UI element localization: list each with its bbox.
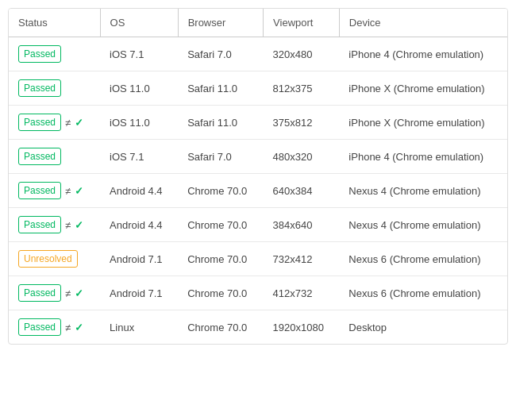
checkmark-icon[interactable]: ✓ bbox=[75, 117, 83, 129]
browser-cell: Safari 11.0 bbox=[178, 106, 263, 140]
os-cell: Android 4.4 bbox=[100, 174, 178, 208]
status-cell: Passed≠✓ bbox=[9, 106, 100, 140]
browser-cell: Chrome 70.0 bbox=[178, 310, 263, 345]
col-header-status: Status bbox=[9, 9, 100, 37]
table-header-row: Status OS Browser Viewport Device bbox=[9, 9, 507, 37]
os-cell: iOS 11.0 bbox=[100, 106, 178, 140]
status-cell: Passed bbox=[9, 71, 100, 106]
checkmark-icon[interactable]: ✓ bbox=[75, 219, 83, 231]
browser-cell: Chrome 70.0 bbox=[178, 276, 263, 310]
not-equal-icon: ≠ bbox=[65, 185, 71, 197]
status-badge[interactable]: Unresolved bbox=[18, 250, 78, 268]
device-cell: iPhone 4 (Chrome emulation) bbox=[339, 140, 507, 174]
table-row: Passed≠✓iOS 11.0Safari 11.0375x812iPhone… bbox=[9, 106, 507, 140]
not-equal-icon: ≠ bbox=[65, 219, 71, 231]
status-badge[interactable]: Passed bbox=[18, 284, 61, 302]
os-cell: Android 4.4 bbox=[100, 208, 178, 242]
not-equal-icon: ≠ bbox=[65, 117, 71, 129]
status-badge[interactable]: Passed bbox=[18, 79, 61, 97]
status-cell: Passed≠✓ bbox=[9, 174, 100, 208]
status-cell: Passed≠✓ bbox=[9, 276, 100, 310]
status-badge[interactable]: Passed bbox=[18, 114, 61, 131]
os-cell: iOS 11.0 bbox=[100, 71, 178, 106]
browser-cell: Safari 7.0 bbox=[178, 37, 263, 71]
table-row: Passed≠✓Android 4.4Chrome 70.0384x640Nex… bbox=[9, 208, 507, 242]
checkmark-icon[interactable]: ✓ bbox=[75, 322, 83, 333]
viewport-cell: 732x412 bbox=[264, 242, 340, 276]
viewport-cell: 1920x1080 bbox=[264, 310, 340, 345]
col-header-browser: Browser bbox=[178, 9, 263, 37]
table-row: UnresolvedAndroid 7.1Chrome 70.0732x412N… bbox=[9, 242, 507, 276]
device-cell: Nexus 6 (Chrome emulation) bbox=[339, 276, 507, 310]
device-cell: iPhone 4 (Chrome emulation) bbox=[339, 37, 507, 71]
viewport-cell: 384x640 bbox=[264, 208, 340, 242]
status-cell: Passed bbox=[9, 37, 100, 71]
status-badge[interactable]: Passed bbox=[18, 216, 61, 233]
col-header-viewport: Viewport bbox=[264, 9, 340, 37]
table-row: PassediOS 11.0Safari 11.0812x375iPhone X… bbox=[9, 71, 507, 106]
os-cell: Android 7.1 bbox=[100, 242, 178, 276]
viewport-cell: 412x732 bbox=[264, 276, 340, 310]
status-cell: Passed bbox=[9, 140, 100, 174]
viewport-cell: 480x320 bbox=[264, 140, 340, 174]
results-table: Status OS Browser Viewport Device Passed… bbox=[9, 9, 507, 344]
browser-cell: Chrome 70.0 bbox=[178, 242, 263, 276]
os-cell: Android 7.1 bbox=[100, 276, 178, 310]
checkmark-icon[interactable]: ✓ bbox=[75, 287, 83, 299]
table-row: Passed≠✓Android 7.1Chrome 70.0412x732Nex… bbox=[9, 276, 507, 310]
device-cell: Desktop bbox=[339, 310, 507, 345]
table-row: Passed≠✓Android 4.4Chrome 70.0640x384Nex… bbox=[9, 174, 507, 208]
not-equal-icon: ≠ bbox=[65, 322, 71, 333]
status-badge[interactable]: Passed bbox=[18, 45, 61, 63]
device-cell: Nexus 4 (Chrome emulation) bbox=[339, 174, 507, 208]
os-cell: Linux bbox=[100, 310, 178, 345]
table-row: PassediOS 7.1Safari 7.0320x480iPhone 4 (… bbox=[9, 37, 507, 71]
checkmark-icon[interactable]: ✓ bbox=[75, 185, 83, 197]
os-cell: iOS 7.1 bbox=[100, 140, 178, 174]
status-badge[interactable]: Passed bbox=[18, 148, 61, 165]
viewport-cell: 812x375 bbox=[264, 71, 340, 106]
device-cell: iPhone X (Chrome emulation) bbox=[339, 71, 507, 106]
viewport-cell: 640x384 bbox=[264, 174, 340, 208]
os-cell: iOS 7.1 bbox=[100, 37, 178, 71]
status-badge[interactable]: Passed bbox=[18, 182, 61, 199]
device-cell: Nexus 6 (Chrome emulation) bbox=[339, 242, 507, 276]
browser-cell: Safari 7.0 bbox=[178, 140, 263, 174]
status-cell: Passed≠✓ bbox=[9, 310, 100, 345]
device-cell: Nexus 4 (Chrome emulation) bbox=[339, 208, 507, 242]
table-row: Passed≠✓LinuxChrome 70.01920x1080Desktop bbox=[9, 310, 507, 345]
col-header-os: OS bbox=[100, 9, 178, 37]
viewport-cell: 375x812 bbox=[264, 106, 340, 140]
viewport-cell: 320x480 bbox=[264, 37, 340, 71]
device-cell: iPhone X (Chrome emulation) bbox=[339, 106, 507, 140]
browser-cell: Safari 11.0 bbox=[178, 71, 263, 106]
browser-cell: Chrome 70.0 bbox=[178, 208, 263, 242]
col-header-device: Device bbox=[339, 9, 507, 37]
browser-cell: Chrome 70.0 bbox=[178, 174, 263, 208]
not-equal-icon: ≠ bbox=[65, 287, 71, 299]
status-cell: Passed≠✓ bbox=[9, 208, 100, 242]
table-row: PassediOS 7.1Safari 7.0480x320iPhone 4 (… bbox=[9, 140, 507, 174]
status-cell: Unresolved bbox=[9, 242, 100, 276]
status-badge[interactable]: Passed bbox=[18, 318, 61, 336]
results-table-container: Status OS Browser Viewport Device Passed… bbox=[8, 8, 508, 345]
